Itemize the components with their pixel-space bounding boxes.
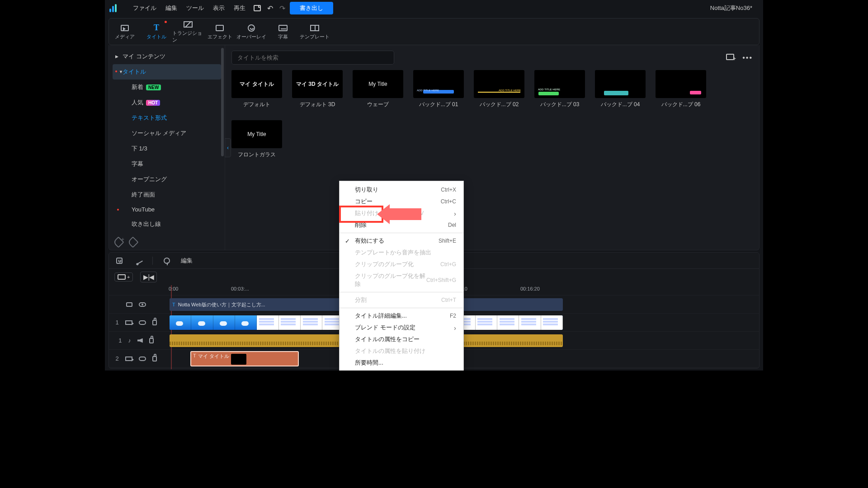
sidebar-item-mycontents[interactable]: マイ コンテンツ [109, 49, 225, 64]
menu-file[interactable]: ファイル [128, 4, 161, 12]
sidebar: マイ コンテンツ タイトル 新着NEW 人気HOT テキスト形式 ソーシャル メ… [108, 45, 225, 250]
ctx-cut[interactable]: 切り取りCtrl+X [340, 184, 463, 196]
tl-marker-icon[interactable] [162, 256, 172, 266]
ctx-shortcut: Ctrl+X [441, 187, 456, 193]
sidebar-scrollbar[interactable] [221, 48, 224, 224]
thumb-default[interactable]: マイ タイトルデフォルト [231, 70, 282, 108]
menu-play[interactable]: 再生 [229, 4, 250, 12]
module-label-subtitle: 字幕 [278, 33, 288, 40]
module-tab-template[interactable]: テンプレート [299, 18, 330, 45]
thumb-label: デフォルト 3D [300, 101, 335, 108]
track-speaker-icon[interactable] [137, 338, 143, 343]
thumb-front-glass[interactable]: My Titleフロントガラス [231, 120, 282, 159]
track-lock-icon[interactable] [152, 356, 157, 361]
title-icon: T [151, 23, 161, 33]
sidebar-item-title-root[interactable]: タイトル [113, 64, 221, 80]
ctx-label: 有効にする [355, 237, 384, 245]
ctx-shortcut: Ctrl+T [441, 297, 456, 303]
sidebar-item-youtube[interactable]: YouTube [109, 202, 225, 216]
title-browser-panel: ‹ + ••• マイ タイトルデフォルト マイ 3D タイトルデフォルト 3D … [225, 45, 760, 250]
track-visibility-icon[interactable] [139, 302, 146, 307]
ctx-blend-mode[interactable]: ブレンド モードの設定 [340, 322, 463, 333]
module-tab-subtitle[interactable]: 字幕 [267, 18, 299, 45]
sidebar-label-hot: 人気 [132, 99, 143, 107]
badge-hot: HOT [146, 100, 160, 106]
video-track-icon[interactable] [125, 357, 132, 361]
tag-icon[interactable] [129, 238, 137, 246]
thumb-backdrop-04[interactable]: バックド...プ 04 [595, 70, 646, 108]
audio-track-icon[interactable]: ♪ [128, 337, 131, 344]
sidebar-item-time[interactable]: タイム [109, 232, 225, 234]
ctx-split: 分割Ctrl+T [340, 294, 463, 306]
thumb-label: バックド...プ 06 [661, 101, 701, 108]
sidebar-item-social[interactable]: ソーシャル メディア [109, 126, 225, 141]
redo-icon[interactable]: ↷ [279, 4, 285, 13]
media-icon [120, 23, 130, 33]
module-tab-overlay[interactable]: オーバーレイ [236, 18, 267, 45]
ctx-title-detail-edit[interactable]: タイトル詳細編集...F2 [340, 310, 463, 322]
sidebar-label-callout: 吹き出し線 [132, 220, 161, 228]
search-input[interactable] [231, 51, 394, 65]
thumb-backdrop-02[interactable]: ADD TITLE HEREバックド...プ 02 [474, 70, 524, 108]
ctx-shortcut: Ctrl+Shift+G [426, 277, 456, 283]
menu-edit[interactable]: 編集 [161, 4, 182, 12]
track-lock-icon[interactable] [152, 320, 157, 325]
more-icon[interactable]: ••• [742, 54, 753, 62]
notification-dot-icon [117, 209, 119, 211]
track-visibility-icon[interactable] [139, 320, 146, 325]
tl-brush-icon[interactable] [133, 256, 143, 266]
ctx-delete[interactable]: 削除Del [340, 219, 463, 231]
sidebar-item-text-format[interactable]: テキスト形式 [109, 110, 225, 126]
tl-range-button[interactable]: ▶|◀ [140, 272, 157, 282]
ctx-label: テンプレートから音声を抽出 [355, 249, 431, 257]
thumb-backdrop-01[interactable]: ADD TITLE HEREバックド...プ 01 [413, 70, 464, 108]
sidebar-label-youtube: YouTube [132, 206, 155, 213]
track-visibility-icon[interactable] [139, 357, 146, 361]
sidebar-item-new[interactable]: 新着NEW [109, 80, 225, 95]
module-tab-title[interactable]: T タイトル [141, 18, 172, 45]
ctx-copy-title-attr[interactable]: タイトルの属性をコピー [340, 333, 463, 345]
menu-tool[interactable]: ツール [182, 4, 208, 12]
sidebar-item-callout[interactable]: 吹き出し線 [109, 216, 225, 232]
sidebar-label-subtitle: 字幕 [132, 160, 143, 168]
module-label-template: テンプレート [300, 33, 330, 40]
ctx-enable[interactable]: 有効にするShift+E [340, 235, 463, 247]
letterbox-bottom [0, 371, 868, 488]
sidebar-item-lower-third[interactable]: 下 1/3 [109, 141, 225, 156]
export-button[interactable]: 書き出し [290, 2, 333, 14]
import-folder-icon[interactable]: + [726, 54, 734, 60]
menu-view[interactable]: 表示 [208, 4, 229, 12]
module-tab-transition[interactable]: トランジション [172, 18, 204, 45]
sidebar-item-opening[interactable]: オープニング [109, 172, 225, 187]
title-clip-icon: T [172, 302, 175, 307]
module-tab-effect[interactable]: エフェクト [204, 18, 236, 45]
module-tab-media[interactable]: メディア [109, 18, 141, 45]
thumb-wave[interactable]: My Titleウェーブ [353, 70, 403, 108]
ctx-label: タイトルの属性をコピー [355, 335, 420, 343]
ctx-duration[interactable]: 所要時間... [340, 357, 463, 369]
sidebar-item-subtitle[interactable]: 字幕 [109, 156, 225, 172]
ctx-shortcut: Shift+E [439, 238, 456, 244]
track-mute-icon[interactable] [126, 302, 132, 307]
thumb-label: バックド...プ 01 [419, 101, 458, 108]
clip-title-selected[interactable]: T マイ タイトル [190, 351, 299, 366]
sidebar-label-new: 新着 [132, 83, 143, 91]
panel-collapse-button[interactable]: ‹ [225, 138, 231, 157]
thumb-backdrop-06[interactable]: バックド...プ 06 [656, 70, 706, 108]
time-tick: 00:03:... [231, 286, 249, 291]
thumb-default-3d[interactable]: マイ 3D タイトルデフォルト 3D [292, 70, 343, 108]
tl-magnet-icon[interactable] [114, 256, 124, 266]
tl-keyboard-button[interactable]: + [114, 272, 133, 282]
video-track-icon[interactable] [125, 320, 132, 325]
project-name: Notta記事No36* [710, 4, 759, 12]
sidebar-item-ending[interactable]: 終了画面 [109, 187, 225, 202]
track-lock-icon[interactable] [149, 338, 154, 343]
ctx-copy[interactable]: コピーCtrl+C [340, 196, 463, 207]
ctx-label: クリップのグループ化 [355, 260, 414, 268]
tag-add-icon[interactable]: + [114, 238, 123, 246]
save-icon[interactable] [254, 5, 261, 11]
ctx-paste-title-attr: タイトルの属性を貼り付け [340, 345, 463, 357]
sidebar-item-hot[interactable]: 人気HOT [109, 95, 225, 110]
thumb-backdrop-03[interactable]: ADD TITLE HEREバックド...プ 03 [534, 70, 585, 108]
undo-icon[interactable]: ↶ [267, 4, 273, 13]
